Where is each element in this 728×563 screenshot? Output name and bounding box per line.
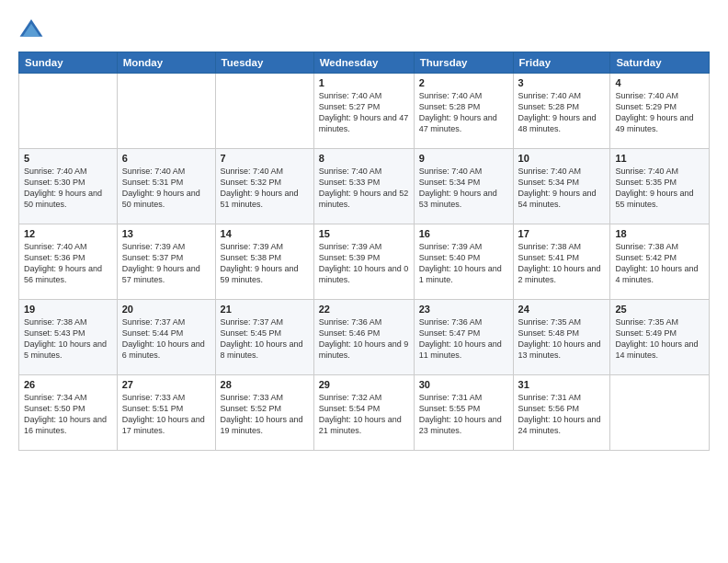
day-number: 13	[122, 228, 210, 239]
day-info: Sunrise: 7:40 AM Sunset: 5:27 PM Dayligh…	[319, 90, 409, 135]
calendar-cell: 16Sunrise: 7:39 AM Sunset: 5:40 PM Dayli…	[414, 224, 513, 300]
day-info: Sunrise: 7:40 AM Sunset: 5:32 PM Dayligh…	[221, 166, 309, 211]
day-info: Sunrise: 7:33 AM Sunset: 5:51 PM Dayligh…	[122, 392, 210, 437]
day-info: Sunrise: 7:39 AM Sunset: 5:38 PM Dayligh…	[221, 241, 309, 286]
calendar-cell: 18Sunrise: 7:38 AM Sunset: 5:42 PM Dayli…	[610, 224, 710, 300]
calendar-cell: 17Sunrise: 7:38 AM Sunset: 5:41 PM Dayli…	[513, 224, 610, 300]
calendar-cell: 14Sunrise: 7:39 AM Sunset: 5:38 PM Dayli…	[215, 224, 313, 300]
calendar-cell: 8Sunrise: 7:40 AM Sunset: 5:33 PM Daylig…	[313, 149, 414, 224]
day-info: Sunrise: 7:37 AM Sunset: 5:45 PM Dayligh…	[221, 316, 309, 362]
day-number: 31	[518, 379, 606, 390]
day-number: 2	[419, 77, 508, 88]
calendar-week-row: 1Sunrise: 7:40 AM Sunset: 5:27 PM Daylig…	[19, 74, 710, 149]
day-info: Sunrise: 7:39 AM Sunset: 5:40 PM Dayligh…	[419, 241, 508, 286]
calendar-cell: 9Sunrise: 7:40 AM Sunset: 5:34 PM Daylig…	[414, 149, 513, 224]
calendar-cell: 13Sunrise: 7:39 AM Sunset: 5:37 PM Dayli…	[117, 224, 215, 300]
day-info: Sunrise: 7:40 AM Sunset: 5:28 PM Dayligh…	[518, 90, 606, 135]
calendar-cell: 11Sunrise: 7:40 AM Sunset: 5:35 PM Dayli…	[610, 149, 710, 224]
day-number: 21	[221, 304, 309, 315]
day-number: 8	[319, 153, 409, 164]
day-number: 28	[221, 379, 309, 390]
day-info: Sunrise: 7:31 AM Sunset: 5:55 PM Dayligh…	[419, 392, 508, 437]
calendar-cell: 12Sunrise: 7:40 AM Sunset: 5:36 PM Dayli…	[19, 224, 118, 300]
day-number: 26	[24, 379, 112, 390]
day-info: Sunrise: 7:38 AM Sunset: 5:41 PM Dayligh…	[518, 241, 606, 286]
calendar-day-header: Thursday	[414, 52, 513, 74]
day-number: 20	[122, 304, 210, 315]
day-info: Sunrise: 7:36 AM Sunset: 5:46 PM Dayligh…	[319, 316, 409, 362]
day-info: Sunrise: 7:32 AM Sunset: 5:54 PM Dayligh…	[319, 392, 409, 437]
calendar-cell: 2Sunrise: 7:40 AM Sunset: 5:28 PM Daylig…	[414, 74, 513, 149]
calendar-cell: 6Sunrise: 7:40 AM Sunset: 5:31 PM Daylig…	[117, 149, 215, 224]
calendar-week-row: 19Sunrise: 7:38 AM Sunset: 5:43 PM Dayli…	[19, 300, 710, 375]
calendar-cell: 20Sunrise: 7:37 AM Sunset: 5:44 PM Dayli…	[117, 300, 215, 375]
day-number: 10	[518, 153, 606, 164]
day-number: 11	[615, 153, 704, 164]
day-number: 30	[419, 379, 508, 390]
calendar-day-header: Friday	[513, 52, 610, 74]
calendar-week-row: 12Sunrise: 7:40 AM Sunset: 5:36 PM Dayli…	[19, 224, 710, 300]
calendar-cell: 28Sunrise: 7:33 AM Sunset: 5:52 PM Dayli…	[215, 375, 313, 451]
day-info: Sunrise: 7:40 AM Sunset: 5:31 PM Dayligh…	[122, 166, 210, 211]
calendar-cell: 21Sunrise: 7:37 AM Sunset: 5:45 PM Dayli…	[215, 300, 313, 375]
day-info: Sunrise: 7:40 AM Sunset: 5:28 PM Dayligh…	[419, 90, 508, 135]
day-number: 17	[518, 228, 606, 239]
day-number: 15	[319, 228, 409, 239]
calendar-cell: 3Sunrise: 7:40 AM Sunset: 5:28 PM Daylig…	[513, 74, 610, 149]
day-info: Sunrise: 7:35 AM Sunset: 5:49 PM Dayligh…	[615, 316, 704, 362]
calendar-cell: 10Sunrise: 7:40 AM Sunset: 5:34 PM Dayli…	[513, 149, 610, 224]
day-number: 27	[122, 379, 210, 390]
calendar-cell: 22Sunrise: 7:36 AM Sunset: 5:46 PM Dayli…	[313, 300, 414, 375]
calendar-cell: 5Sunrise: 7:40 AM Sunset: 5:30 PM Daylig…	[19, 149, 118, 224]
calendar-day-header: Wednesday	[313, 52, 414, 74]
calendar-cell: 24Sunrise: 7:35 AM Sunset: 5:48 PM Dayli…	[513, 300, 610, 375]
calendar-cell: 30Sunrise: 7:31 AM Sunset: 5:55 PM Dayli…	[414, 375, 513, 451]
day-info: Sunrise: 7:33 AM Sunset: 5:52 PM Dayligh…	[221, 392, 309, 437]
calendar-cell: 23Sunrise: 7:36 AM Sunset: 5:47 PM Dayli…	[414, 300, 513, 375]
day-info: Sunrise: 7:38 AM Sunset: 5:42 PM Dayligh…	[615, 241, 704, 286]
day-info: Sunrise: 7:40 AM Sunset: 5:34 PM Dayligh…	[518, 166, 606, 211]
day-number: 25	[615, 304, 704, 315]
calendar-cell: 1Sunrise: 7:40 AM Sunset: 5:27 PM Daylig…	[313, 74, 414, 149]
day-info: Sunrise: 7:38 AM Sunset: 5:43 PM Dayligh…	[24, 316, 112, 362]
calendar-week-row: 26Sunrise: 7:34 AM Sunset: 5:50 PM Dayli…	[19, 375, 710, 451]
day-info: Sunrise: 7:31 AM Sunset: 5:56 PM Dayligh…	[518, 392, 606, 437]
calendar-cell: 29Sunrise: 7:32 AM Sunset: 5:54 PM Dayli…	[313, 375, 414, 451]
calendar-cell: 31Sunrise: 7:31 AM Sunset: 5:56 PM Dayli…	[513, 375, 610, 451]
calendar-cell: 19Sunrise: 7:38 AM Sunset: 5:43 PM Dayli…	[19, 300, 118, 375]
day-info: Sunrise: 7:40 AM Sunset: 5:34 PM Dayligh…	[419, 166, 508, 211]
day-info: Sunrise: 7:40 AM Sunset: 5:36 PM Dayligh…	[24, 241, 112, 286]
day-number: 7	[221, 153, 309, 164]
day-info: Sunrise: 7:36 AM Sunset: 5:47 PM Dayligh…	[419, 316, 508, 362]
calendar-cell: 15Sunrise: 7:39 AM Sunset: 5:39 PM Dayli…	[313, 224, 414, 300]
calendar-header-row: SundayMondayTuesdayWednesdayThursdayFrid…	[19, 52, 710, 74]
calendar-week-row: 5Sunrise: 7:40 AM Sunset: 5:30 PM Daylig…	[19, 149, 710, 224]
day-number: 3	[518, 77, 606, 88]
day-number: 22	[319, 304, 409, 315]
day-info: Sunrise: 7:40 AM Sunset: 5:33 PM Dayligh…	[319, 166, 409, 211]
logo	[18, 17, 48, 42]
calendar-day-header: Monday	[117, 52, 215, 74]
day-number: 1	[319, 77, 409, 88]
calendar-cell	[610, 375, 710, 451]
day-number: 19	[24, 304, 112, 315]
day-info: Sunrise: 7:35 AM Sunset: 5:48 PM Dayligh…	[518, 316, 606, 362]
day-info: Sunrise: 7:40 AM Sunset: 5:35 PM Dayligh…	[615, 166, 704, 211]
calendar-day-header: Saturday	[610, 52, 710, 74]
calendar-day-header: Tuesday	[215, 52, 313, 74]
calendar-cell: 27Sunrise: 7:33 AM Sunset: 5:51 PM Dayli…	[117, 375, 215, 451]
day-number: 16	[419, 228, 508, 239]
day-number: 4	[615, 77, 704, 88]
day-number: 14	[221, 228, 309, 239]
day-info: Sunrise: 7:37 AM Sunset: 5:44 PM Dayligh…	[122, 316, 210, 362]
calendar-cell: 7Sunrise: 7:40 AM Sunset: 5:32 PM Daylig…	[215, 149, 313, 224]
calendar-cell	[19, 74, 118, 149]
calendar-cell: 4Sunrise: 7:40 AM Sunset: 5:29 PM Daylig…	[610, 74, 710, 149]
day-info: Sunrise: 7:40 AM Sunset: 5:29 PM Dayligh…	[615, 90, 704, 135]
calendar-day-header: Sunday	[19, 52, 118, 74]
day-number: 23	[419, 304, 508, 315]
calendar: SundayMondayTuesdayWednesdayThursdayFrid…	[18, 52, 710, 451]
day-number: 18	[615, 228, 704, 239]
day-number: 12	[24, 228, 112, 239]
page: SundayMondayTuesdayWednesdayThursdayFrid…	[0, 0, 728, 563]
